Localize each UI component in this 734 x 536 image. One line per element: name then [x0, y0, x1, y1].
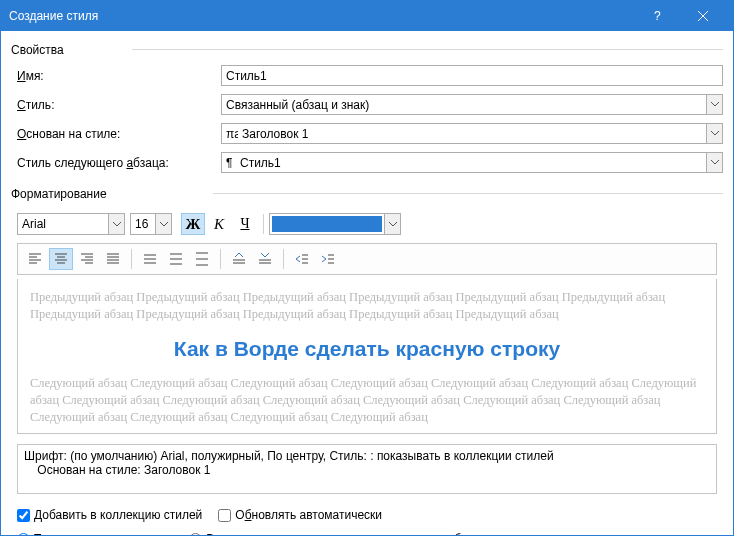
window-title: Создание стиля — [9, 9, 635, 23]
svg-text:?: ? — [654, 10, 661, 22]
based-on-label: Основан на стиле: — [17, 127, 221, 141]
next-style-label: Стиль следующего абзаца: — [17, 156, 221, 170]
chevron-down-icon[interactable] — [706, 123, 723, 144]
paragraph-icon: πa — [226, 129, 238, 139]
style-type-label: Стиль: — [17, 98, 221, 112]
chevron-down-icon[interactable] — [706, 94, 723, 115]
chevron-down-icon[interactable] — [706, 152, 723, 173]
preview-prev-text: Предыдущий абзац Предыдущий абзац Предыд… — [30, 289, 704, 323]
auto-update-checkbox[interactable]: Обновлять автоматически — [218, 508, 382, 522]
line-spacing-1-button[interactable] — [138, 248, 162, 270]
add-to-gallery-checkbox[interactable]: Добавить в коллекцию стилей — [17, 508, 202, 522]
pilcrow-icon: ¶ — [226, 158, 236, 168]
line-spacing-2-button[interactable] — [190, 248, 214, 270]
space-before-dec-button[interactable] — [253, 248, 277, 270]
italic-button[interactable]: К — [207, 213, 231, 235]
only-this-doc-radio[interactable]: Только в этом документе — [17, 532, 173, 536]
style-description: Шрифт: (по умолчанию) Arial, полужирный,… — [17, 444, 717, 494]
name-input[interactable] — [221, 65, 723, 86]
close-button[interactable] — [680, 1, 725, 31]
chevron-down-icon[interactable] — [384, 214, 400, 234]
help-button[interactable]: ? — [635, 1, 680, 31]
align-justify-button[interactable] — [101, 248, 125, 270]
name-label: Имя: — [17, 69, 221, 83]
line-spacing-15-button[interactable] — [164, 248, 188, 270]
properties-label: Свойства — [11, 43, 64, 57]
align-left-button[interactable] — [23, 248, 47, 270]
indent-increase-button[interactable] — [316, 248, 340, 270]
font-color-combo[interactable] — [269, 213, 401, 235]
underline-button[interactable]: Ч — [233, 213, 257, 235]
preview-sample-text: Как в Ворде сделать красную строку — [30, 337, 704, 361]
chevron-down-icon[interactable] — [108, 214, 124, 234]
preview-next-text: Следующий абзац Следующий абзац Следующи… — [30, 375, 704, 426]
based-on-select[interactable]: πaЗаголовок 1 — [221, 123, 723, 144]
new-docs-radio[interactable]: В новых документах, использующих этот ша… — [189, 532, 481, 536]
font-size-combo[interactable]: 16 — [130, 213, 172, 235]
paragraph-toolbar — [17, 243, 717, 275]
formatting-label: Форматирование — [11, 187, 107, 201]
space-before-inc-button[interactable] — [227, 248, 251, 270]
title-bar: Создание стиля ? — [1, 1, 733, 31]
align-center-button[interactable] — [49, 248, 73, 270]
chevron-down-icon[interactable] — [155, 214, 171, 234]
align-right-button[interactable] — [75, 248, 99, 270]
font-name-combo[interactable]: Arial — [17, 213, 125, 235]
bold-button[interactable]: Ж — [181, 213, 205, 235]
svg-text:πa: πa — [226, 129, 238, 139]
style-type-select[interactable]: Связанный (абзац и знак) — [221, 94, 723, 115]
next-style-select[interactable]: ¶Стиль1 — [221, 152, 723, 173]
svg-text:¶: ¶ — [226, 158, 232, 168]
indent-decrease-button[interactable] — [290, 248, 314, 270]
preview-pane: Предыдущий абзац Предыдущий абзац Предыд… — [17, 279, 717, 434]
